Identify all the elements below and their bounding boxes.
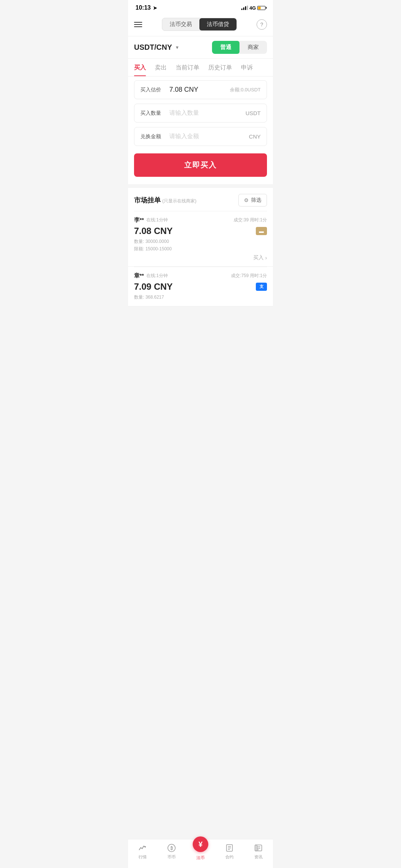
amount-suffix: CNY <box>249 133 261 140</box>
action-buy-label-1: 买入 <box>253 254 264 261</box>
market-title-main: 市场挂单 <box>134 196 161 205</box>
quantity-suffix: USDT <box>245 110 261 116</box>
merchant-price-row-1: 7.08 CNY ▬ <box>134 226 267 236</box>
filter-button[interactable]: ⚙ 筛选 <box>238 194 267 207</box>
merchant-name-1: 李** <box>134 217 144 224</box>
pair-selector[interactable]: USDT/CNY ▼ <box>134 43 179 52</box>
merchant-price-row-2: 7.09 CNY 支 <box>134 282 267 292</box>
market-title-sub: (只显示在线商家) <box>162 198 196 204</box>
amount-input[interactable]: 请输入金额 <box>169 133 249 140</box>
market-section: 市场挂单 (只显示在线商家) ⚙ 筛选 李** 在线:1分钟 成交:39 用时:… <box>128 188 273 306</box>
merchant-item: 李** 在线:1分钟 成交:39 用时:1分 7.08 CNY ▬ 数量: 30… <box>128 211 273 267</box>
price-label: 买入估价 <box>140 87 166 93</box>
subtab-current-orders[interactable]: 当前订单 <box>176 59 199 76</box>
signal-icon <box>241 6 248 10</box>
status-bar: 10:13 ➤ 4G <box>128 0 273 14</box>
merchant-price-1: 7.08 CNY <box>134 226 173 236</box>
merchant-top-2: 章** 在线:1分钟 成交:759 用时:1分 <box>134 272 267 279</box>
payment-icon-alipay-2: 支 <box>256 283 267 291</box>
pair-label: USDT/CNY <box>134 43 172 52</box>
status-icons: 4G <box>241 5 265 11</box>
balance-display: 余额:0.0USDT <box>230 87 261 93</box>
battery-icon <box>257 6 265 10</box>
merchant-price-2: 7.09 CNY <box>134 282 173 292</box>
network-type: 4G <box>250 5 256 11</box>
merchant-detail-2: 数量: 368.6217 <box>134 293 267 301</box>
subtab-appeal[interactable]: 申诉 <box>241 59 253 76</box>
merchant-online-2: 在线:1分钟 <box>146 273 168 279</box>
tab-fabi-loan[interactable]: 法币借贷 <box>199 18 237 30</box>
payment-icon-card-1: ▬ <box>256 227 267 235</box>
menu-button[interactable] <box>134 22 142 27</box>
subtab-history[interactable]: 历史订单 <box>208 59 232 76</box>
pair-arrow-icon: ▼ <box>175 45 179 50</box>
merchant-stats-2: 成交:759 用时:1分 <box>231 273 267 279</box>
quantity-label: 买入数量 <box>140 110 166 117</box>
sub-tabs: 买入 卖出 当前订单 历史订单 申诉 <box>128 59 273 77</box>
merchant-name-2: 章** <box>134 272 144 279</box>
location-icon: ➤ <box>153 5 157 11</box>
merchant-online-1: 在线:1分钟 <box>146 217 168 223</box>
amount-label: 兑换金额 <box>140 133 166 140</box>
help-button[interactable]: ? <box>257 19 267 30</box>
price-card: 买入估价 7.08 CNY 余额:0.0USDT <box>134 80 267 99</box>
merchant-info-1: 李** 在线:1分钟 <box>134 217 168 224</box>
merchant-action-1[interactable]: 买入 › <box>134 254 267 261</box>
merchant-top-1: 李** 在线:1分钟 成交:39 用时:1分 <box>134 217 267 224</box>
quantity-card[interactable]: 买入数量 请输入数量 USDT <box>134 104 267 123</box>
header-tabs: 法币交易 法币借贷 <box>162 18 237 31</box>
merchant-stats-1: 成交:39 用时:1分 <box>234 217 267 223</box>
form-area: 买入估价 7.08 CNY 余额:0.0USDT 买入数量 请输入数量 USDT… <box>128 77 273 184</box>
mode-tabs: 普通 商家 <box>212 41 267 54</box>
header: 法币交易 法币借贷 ? <box>128 14 273 36</box>
merchant-info-2: 章** 在线:1分钟 <box>134 272 168 279</box>
mode-merchant[interactable]: 商家 <box>239 41 267 54</box>
price-value: 7.08 CNY <box>169 86 230 94</box>
subtab-sell[interactable]: 卖出 <box>155 59 167 76</box>
market-header: 市场挂单 (只显示在线商家) ⚙ 筛选 <box>128 188 273 211</box>
action-arrow-icon-1: › <box>265 255 267 261</box>
filter-label: 筛选 <box>251 197 261 204</box>
market-title: 市场挂单 (只显示在线商家) <box>134 196 196 205</box>
tab-fabi-trading[interactable]: 法币交易 <box>162 18 199 30</box>
mode-normal[interactable]: 普通 <box>212 41 239 54</box>
status-time: 10:13 <box>136 4 151 11</box>
subtab-buy[interactable]: 买入 <box>134 59 146 76</box>
buy-button[interactable]: 立即买入 <box>134 153 267 177</box>
merchant-detail-1: 数量: 30000.0000 限额: 15000-15000 <box>134 238 267 253</box>
amount-card[interactable]: 兑换金额 请输入金额 CNY <box>134 127 267 146</box>
filter-icon: ⚙ <box>244 197 249 203</box>
merchant-item-2: 章** 在线:1分钟 成交:759 用时:1分 7.09 CNY 支 数量: 3… <box>128 267 273 306</box>
pair-selector-row: USDT/CNY ▼ 普通 商家 <box>128 36 273 59</box>
quantity-input[interactable]: 请输入数量 <box>169 109 245 117</box>
